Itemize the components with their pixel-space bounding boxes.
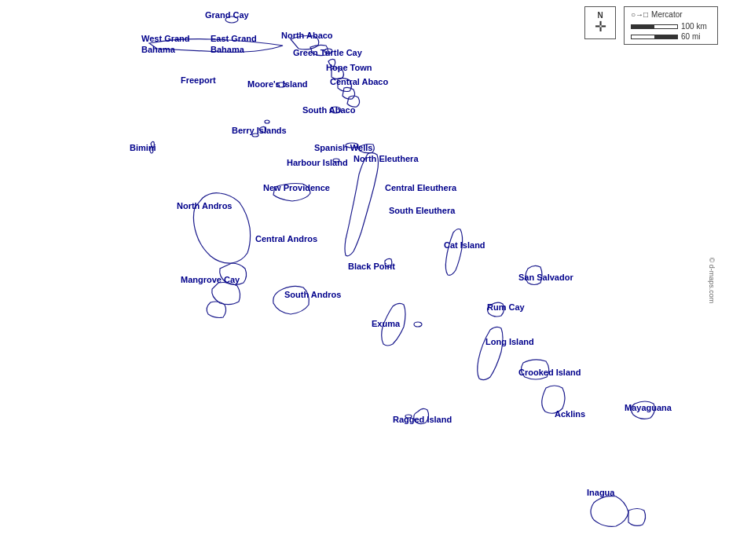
svg-point-3 (330, 107, 341, 113)
compass-box: N ✛ (584, 6, 616, 39)
projection-label: Mercator (651, 10, 682, 19)
map-container: .island { fill: none; stroke: #1a1a8c; s… (0, 0, 740, 560)
svg-point-2 (277, 82, 286, 87)
scale-km-label: 100 km (681, 22, 707, 31)
svg-point-7 (346, 143, 358, 148)
projection-row: ○→□ Mercator (631, 10, 711, 19)
scale-bar-km: 100 km (631, 22, 711, 31)
scale-mi-label: 60 mi (681, 32, 700, 41)
map-svg: .island { fill: none; stroke: #1a1a8c; s… (0, 0, 740, 560)
svg-point-6 (150, 147, 153, 153)
copyright-text: © d-maps.com (709, 257, 716, 303)
svg-point-9 (414, 322, 422, 327)
svg-point-4 (252, 134, 258, 137)
svg-point-10 (405, 415, 412, 418)
scale-bar-mi: 60 mi (631, 32, 711, 41)
scale-legend: ○→□ Mercator 100 km 60 mi (624, 6, 718, 45)
svg-point-0 (225, 16, 238, 23)
svg-point-8 (333, 159, 339, 162)
svg-point-5 (265, 120, 269, 123)
compass-arrow: ✛ (595, 20, 606, 34)
legend-box: N ✛ ○→□ Mercator 100 km 60 mi (584, 6, 718, 45)
projection-icon: ○→□ (631, 10, 648, 19)
